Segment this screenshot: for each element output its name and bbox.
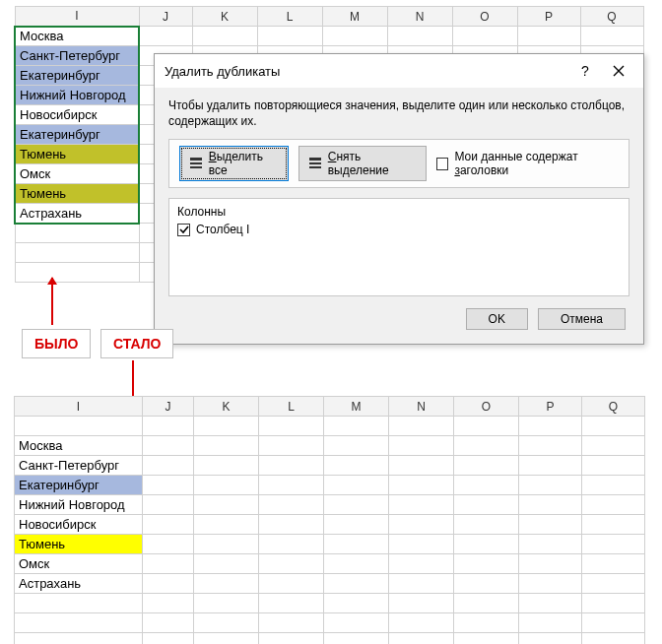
empty-cell[interactable] (389, 535, 454, 554)
empty-cell[interactable] (519, 436, 582, 456)
empty-cell[interactable] (454, 417, 519, 436)
column-header[interactable]: P (519, 397, 582, 417)
data-cell[interactable]: Екатеринбург (15, 476, 143, 495)
empty-cell[interactable] (389, 554, 454, 574)
empty-cell[interactable] (324, 476, 389, 495)
dialog-titlebar[interactable]: Удалить дубликаты ? (155, 54, 643, 88)
empty-cell[interactable] (454, 436, 519, 456)
empty-cell[interactable] (194, 476, 259, 495)
data-cell[interactable]: Тюмень (15, 535, 143, 554)
data-cell[interactable]: Омск (15, 554, 143, 574)
empty-cell[interactable] (454, 574, 519, 594)
empty-cell[interactable] (143, 417, 194, 436)
data-cell[interactable] (15, 417, 143, 436)
empty-cell[interactable] (519, 574, 582, 594)
empty-cell[interactable] (194, 417, 259, 436)
empty-cell[interactable] (389, 633, 454, 645)
empty-cell[interactable] (582, 515, 645, 535)
empty-cell[interactable] (324, 574, 389, 594)
empty-cell[interactable] (143, 436, 194, 456)
empty-cell[interactable] (194, 554, 259, 574)
empty-cell[interactable] (194, 495, 259, 515)
empty-cell[interactable] (389, 417, 454, 436)
select-all-button[interactable]: Выделить все (179, 146, 289, 181)
empty-cell[interactable] (259, 535, 324, 554)
column-header[interactable]: N (387, 7, 452, 27)
empty-cell[interactable] (143, 594, 194, 613)
empty-cell[interactable] (143, 476, 194, 495)
data-cell[interactable]: Екатеринбург (15, 125, 139, 145)
empty-cell[interactable] (389, 594, 454, 613)
data-cell[interactable]: Астрахань (15, 204, 139, 224)
empty-cell[interactable] (582, 613, 645, 633)
empty-cell[interactable] (389, 515, 454, 535)
empty-cell[interactable] (143, 535, 194, 554)
empty-cell[interactable] (324, 554, 389, 574)
data-cell[interactable]: Москва (15, 436, 143, 456)
empty-cell[interactable] (259, 417, 324, 436)
empty-cell[interactable] (324, 633, 389, 645)
empty-cell[interactable] (517, 27, 580, 46)
empty-cell[interactable] (519, 633, 582, 645)
empty-cell[interactable] (259, 554, 324, 574)
empty-cell[interactable] (582, 495, 645, 515)
empty-cell[interactable] (259, 574, 324, 594)
data-cell[interactable]: Омск (15, 164, 139, 184)
empty-cell[interactable] (454, 495, 519, 515)
data-cell[interactable]: Тюмень (15, 145, 139, 164)
columns-listbox[interactable]: Колонны Столбец I (168, 198, 629, 296)
empty-cell[interactable] (519, 554, 582, 574)
empty-cell[interactable] (259, 633, 324, 645)
column-item[interactable]: Столбец I (177, 223, 621, 236)
data-cell[interactable]: Екатеринбург (15, 66, 139, 86)
empty-cell[interactable] (454, 515, 519, 535)
empty-cell[interactable] (582, 417, 645, 436)
empty-cell[interactable] (324, 495, 389, 515)
empty-cell[interactable] (259, 515, 324, 535)
column-header[interactable]: L (259, 397, 324, 417)
empty-cell[interactable] (143, 613, 194, 633)
empty-cell[interactable] (454, 633, 519, 645)
empty-cell[interactable] (454, 594, 519, 613)
empty-cell[interactable] (324, 436, 389, 456)
column-header[interactable]: J (143, 397, 194, 417)
close-button[interactable] (602, 60, 635, 82)
empty-cell[interactable] (389, 495, 454, 515)
column-header[interactable]: I (15, 397, 143, 417)
empty-cell[interactable] (324, 594, 389, 613)
data-cell[interactable]: Новосибирск (15, 515, 143, 535)
empty-cell[interactable] (194, 456, 259, 476)
column-header[interactable]: O (452, 7, 517, 27)
empty-cell[interactable] (582, 535, 645, 554)
data-cell[interactable] (15, 613, 143, 633)
empty-cell[interactable] (582, 594, 645, 613)
empty-cell[interactable] (143, 554, 194, 574)
empty-cell[interactable] (143, 456, 194, 476)
unselect-all-button[interactable]: Снять выделение (298, 146, 427, 181)
empty-cell[interactable] (389, 456, 454, 476)
data-cell[interactable]: Нижний Новгород (15, 495, 143, 515)
empty-cell[interactable] (452, 27, 517, 46)
empty-cell[interactable] (454, 535, 519, 554)
data-cell[interactable]: Новосибирск (15, 105, 139, 125)
empty-cell[interactable] (259, 613, 324, 633)
empty-cell[interactable] (389, 574, 454, 594)
empty-cell[interactable] (519, 613, 582, 633)
cancel-button[interactable]: Отмена (538, 308, 626, 330)
column-header[interactable]: Q (580, 7, 643, 27)
empty-cell[interactable] (454, 476, 519, 495)
empty-cell[interactable] (143, 495, 194, 515)
empty-cell[interactable] (519, 456, 582, 476)
empty-cell[interactable] (387, 27, 452, 46)
data-cell[interactable] (15, 263, 139, 283)
empty-cell[interactable] (389, 613, 454, 633)
empty-cell[interactable] (259, 436, 324, 456)
column-header[interactable]: M (322, 7, 387, 27)
data-cell[interactable] (15, 633, 143, 645)
column-header[interactable]: Q (582, 397, 645, 417)
empty-cell[interactable] (454, 456, 519, 476)
empty-cell[interactable] (519, 594, 582, 613)
empty-cell[interactable] (194, 594, 259, 613)
empty-cell[interactable] (582, 476, 645, 495)
empty-cell[interactable] (519, 515, 582, 535)
